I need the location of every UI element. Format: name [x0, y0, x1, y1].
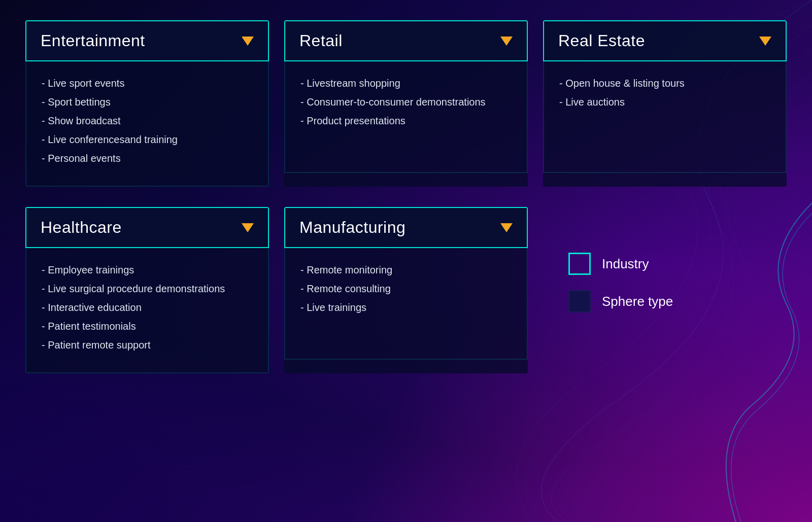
dropdown-icon-manufacturing[interactable] — [500, 223, 513, 232]
list-item: - Live auctions — [559, 94, 770, 110]
card-real-estate: Real Estate - Open house & listing tours… — [543, 20, 787, 187]
list-healthcare: - Employee trainings - Live surgical pro… — [42, 262, 253, 353]
legend-sphere-icon — [568, 290, 591, 312]
card-title-real-estate: Real Estate — [558, 31, 645, 50]
list-item: - Interactive education — [42, 300, 253, 316]
list-item: - Live surgical procedure demonstrations — [42, 281, 253, 297]
main-content: Entertainment - Live sport events - Spor… — [0, 0, 812, 394]
bottom-grid: Healthcare - Employee trainings - Live s… — [25, 207, 787, 373]
card-title-healthcare: Healthcare — [41, 218, 122, 237]
list-item: - Remote monitoring — [300, 262, 512, 278]
legend-industry-icon — [568, 253, 591, 275]
card-header-manufacturing: Manufacturing — [284, 207, 528, 248]
list-item: - Personal events — [42, 151, 253, 166]
card-body-healthcare: - Employee trainings - Live surgical pro… — [25, 248, 269, 373]
dropdown-icon-retail[interactable] — [500, 37, 513, 46]
card-body-entertainment: - Live sport events - Sport bettings - S… — [25, 61, 269, 187]
card-body-manufacturing: - Remote monitoring - Remote consulting … — [284, 248, 528, 360]
list-item: - Open house & listing tours — [559, 76, 770, 91]
list-item: - Product presentations — [300, 113, 512, 129]
card-header-healthcare: Healthcare — [25, 207, 269, 248]
list-item: - Live sport events — [42, 76, 253, 91]
card-body-real-estate: - Open house & listing tours - Live auct… — [543, 61, 787, 173]
card-title-retail: Retail — [299, 31, 343, 50]
list-item: - Livestream shopping — [300, 76, 512, 91]
list-item: - Live conferencesand training — [42, 132, 253, 148]
card-header-real-estate: Real Estate — [543, 20, 787, 61]
list-item: - Sport bettings — [42, 94, 253, 110]
card-header-entertainment: Entertainment — [25, 20, 269, 61]
dropdown-icon-healthcare[interactable] — [242, 223, 254, 232]
list-retail: - Livestream shopping - Consumer-to-cons… — [300, 76, 512, 129]
list-item: - Employee trainings — [42, 262, 253, 278]
legend-industry-item: Industry — [568, 253, 649, 275]
card-body-retail: - Livestream shopping - Consumer-to-cons… — [284, 61, 528, 173]
card-title-manufacturing: Manufacturing — [299, 218, 405, 237]
dropdown-icon-entertainment[interactable] — [242, 37, 254, 46]
list-item: - Live trainings — [300, 300, 512, 316]
list-item: - Consumer-to-consumer demonstrations — [300, 94, 512, 110]
list-real-estate: - Open house & listing tours - Live auct… — [559, 76, 770, 110]
top-grid: Entertainment - Live sport events - Spor… — [25, 20, 787, 187]
card-retail: Retail - Livestream shopping - Consumer-… — [284, 20, 528, 187]
list-item: - Show broadcast — [42, 113, 253, 129]
card-header-retail: Retail — [284, 20, 528, 61]
card-healthcare: Healthcare - Employee trainings - Live s… — [25, 207, 269, 373]
card-title-entertainment: Entertainment — [41, 31, 145, 50]
legend-sphere-label: Sphere type — [602, 294, 673, 309]
list-entertainment: - Live sport events - Sport bettings - S… — [42, 76, 253, 166]
list-item: - Remote consulting — [300, 281, 512, 297]
list-item: - Patient remote support — [42, 337, 253, 353]
legend-industry-label: Industry — [602, 256, 649, 272]
dropdown-icon-real-estate[interactable] — [759, 37, 771, 46]
card-entertainment: Entertainment - Live sport events - Spor… — [25, 20, 269, 187]
list-item: - Patient testimonials — [42, 319, 253, 334]
card-manufacturing: Manufacturing - Remote monitoring - Remo… — [284, 207, 528, 373]
legend-sphere-item: Sphere type — [568, 290, 673, 312]
legend-panel: Industry Sphere type — [543, 207, 787, 373]
list-manufacturing: - Remote monitoring - Remote consulting … — [300, 262, 512, 316]
